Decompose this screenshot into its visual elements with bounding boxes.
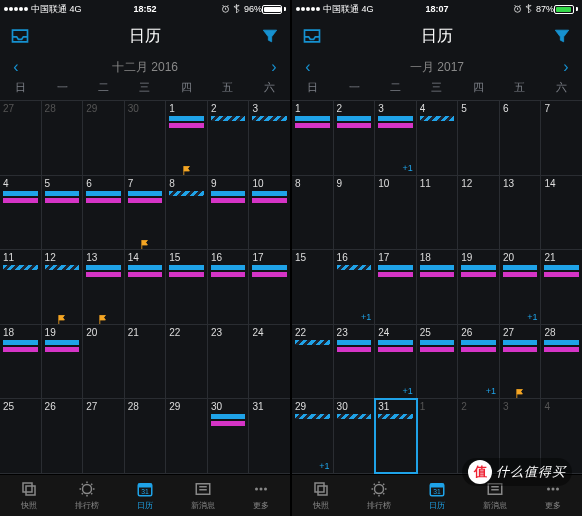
activity-bar bbox=[461, 272, 496, 277]
day-number: 9 bbox=[211, 178, 246, 189]
day-cell[interactable]: 2 bbox=[334, 101, 376, 175]
day-cell[interactable]: 19 bbox=[458, 250, 500, 324]
tab-cal[interactable]: 31日历 bbox=[408, 475, 466, 516]
flag-icon bbox=[141, 236, 149, 246]
day-cell[interactable]: 28 bbox=[541, 325, 582, 399]
day-cell[interactable]: 5 bbox=[458, 101, 500, 175]
inbox-icon[interactable] bbox=[302, 26, 322, 46]
day-cell[interactable]: 13 bbox=[83, 250, 125, 324]
day-cell[interactable]: 23 bbox=[334, 325, 376, 399]
day-cell[interactable]: 30 bbox=[208, 399, 250, 473]
prev-month-button[interactable]: ‹ bbox=[300, 58, 316, 76]
day-cell[interactable]: 3 bbox=[249, 101, 290, 175]
flag-icon bbox=[99, 311, 107, 321]
tab-label: 新消息 bbox=[191, 500, 215, 511]
day-cell[interactable]: 29+1 bbox=[292, 399, 334, 473]
day-cell[interactable]: 27 bbox=[0, 101, 42, 175]
day-cell[interactable]: 15 bbox=[166, 250, 208, 324]
day-cell[interactable]: 10 bbox=[249, 176, 290, 250]
day-cell[interactable]: 20+1 bbox=[500, 250, 542, 324]
day-cell[interactable]: 30 bbox=[125, 101, 167, 175]
day-cell[interactable]: 27 bbox=[500, 325, 542, 399]
day-cell[interactable]: 11 bbox=[0, 250, 42, 324]
day-cell[interactable]: 17 bbox=[375, 250, 417, 324]
prev-month-button[interactable]: ‹ bbox=[8, 58, 24, 76]
day-cell[interactable]: 17 bbox=[249, 250, 290, 324]
filter-icon[interactable] bbox=[260, 26, 280, 46]
tab-cal[interactable]: 31日历 bbox=[116, 475, 174, 516]
day-cell[interactable]: 25 bbox=[417, 325, 459, 399]
day-cell[interactable]: 11 bbox=[417, 176, 459, 250]
day-cell[interactable]: 24 bbox=[249, 325, 290, 399]
day-number: 16 bbox=[211, 252, 246, 263]
day-number: 17 bbox=[252, 252, 287, 263]
day-cell[interactable]: 14 bbox=[541, 176, 582, 250]
day-cell[interactable]: 3+1 bbox=[375, 101, 417, 175]
next-month-button[interactable]: › bbox=[266, 58, 282, 76]
tab-rank[interactable]: 排行榜 bbox=[350, 475, 408, 516]
filter-icon[interactable] bbox=[552, 26, 572, 46]
day-cell[interactable]: 29 bbox=[166, 399, 208, 473]
day-cell[interactable]: 1 bbox=[417, 399, 459, 473]
day-cell[interactable]: 18 bbox=[417, 250, 459, 324]
day-cell[interactable]: 21 bbox=[125, 325, 167, 399]
day-cell[interactable]: 31 bbox=[249, 399, 290, 473]
day-cell[interactable]: 22 bbox=[166, 325, 208, 399]
day-number: 7 bbox=[544, 103, 579, 114]
day-cell[interactable]: 29 bbox=[83, 101, 125, 175]
day-cell[interactable]: 9 bbox=[334, 176, 376, 250]
day-cell[interactable]: 27 bbox=[83, 399, 125, 473]
day-cell[interactable]: 28 bbox=[42, 101, 84, 175]
day-cell[interactable]: 9 bbox=[208, 176, 250, 250]
day-cell[interactable]: 12 bbox=[42, 250, 84, 324]
day-cell[interactable]: 13 bbox=[500, 176, 542, 250]
day-cell[interactable]: 7 bbox=[541, 101, 582, 175]
day-cell[interactable]: 23 bbox=[208, 325, 250, 399]
day-cell[interactable]: 5 bbox=[42, 176, 84, 250]
day-cell[interactable]: 31 bbox=[375, 399, 417, 473]
day-cell[interactable]: 25 bbox=[0, 399, 42, 473]
day-cell[interactable]: 26 bbox=[42, 399, 84, 473]
tab-msg[interactable]: 新消息 bbox=[174, 475, 232, 516]
day-cell[interactable]: 14 bbox=[125, 250, 167, 324]
day-cell[interactable]: 6 bbox=[83, 176, 125, 250]
day-cell[interactable]: 6 bbox=[500, 101, 542, 175]
day-cell[interactable]: 28 bbox=[125, 399, 167, 473]
day-cell[interactable]: 24+1 bbox=[375, 325, 417, 399]
activity-bar bbox=[461, 347, 496, 352]
day-cell[interactable]: 16+1 bbox=[334, 250, 376, 324]
day-cell[interactable]: 15 bbox=[292, 250, 334, 324]
day-number: 1 bbox=[169, 103, 204, 114]
inbox-icon[interactable] bbox=[10, 26, 30, 46]
day-cell[interactable]: 19 bbox=[42, 325, 84, 399]
day-cell[interactable]: 2 bbox=[208, 101, 250, 175]
tab-more[interactable]: 更多 bbox=[232, 475, 290, 516]
day-number: 3 bbox=[503, 401, 538, 412]
activity-bar bbox=[169, 191, 204, 196]
day-cell[interactable]: 30 bbox=[334, 399, 376, 473]
status-bar: 中国联通 4G18:52 96% bbox=[0, 0, 290, 18]
day-cell[interactable]: 4 bbox=[0, 176, 42, 250]
tab-rank[interactable]: 排行榜 bbox=[58, 475, 116, 516]
next-month-button[interactable]: › bbox=[558, 58, 574, 76]
day-cell[interactable]: 8 bbox=[166, 176, 208, 250]
tab-snap[interactable]: 快照 bbox=[292, 475, 350, 516]
day-number: 24 bbox=[378, 327, 413, 338]
tab-snap[interactable]: 快照 bbox=[0, 475, 58, 516]
day-number: 27 bbox=[86, 401, 121, 412]
day-cell[interactable]: 10 bbox=[375, 176, 417, 250]
day-cell[interactable]: 26+1 bbox=[458, 325, 500, 399]
day-cell[interactable]: 12 bbox=[458, 176, 500, 250]
day-cell[interactable]: 4 bbox=[417, 101, 459, 175]
day-cell[interactable]: 1 bbox=[292, 101, 334, 175]
day-cell[interactable]: 20 bbox=[83, 325, 125, 399]
day-cell[interactable]: 21 bbox=[541, 250, 582, 324]
day-cell[interactable]: 18 bbox=[0, 325, 42, 399]
day-cell[interactable]: 8 bbox=[292, 176, 334, 250]
day-cell[interactable]: 22 bbox=[292, 325, 334, 399]
svg-text:31: 31 bbox=[433, 488, 441, 495]
weekday-row: 日一二三四五六 bbox=[292, 80, 582, 100]
day-cell[interactable]: 7 bbox=[125, 176, 167, 250]
day-cell[interactable]: 1 bbox=[166, 101, 208, 175]
day-cell[interactable]: 16 bbox=[208, 250, 250, 324]
